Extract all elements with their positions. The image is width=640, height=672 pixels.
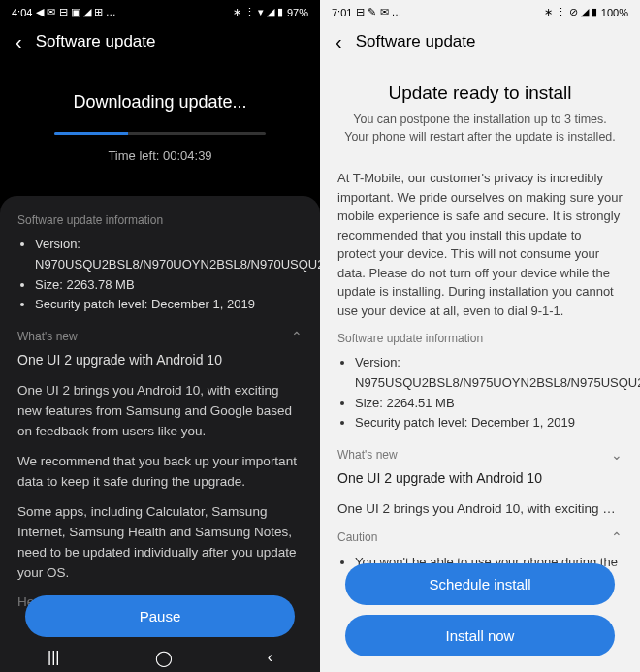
whats-new-body-3: Some apps, including Calculator, Samsung… [17,502,303,584]
ready-section: Update ready to install You can postpone… [320,65,640,155]
download-status: Downloading update... [16,92,304,112]
status-bar: 4:04 ◀ ✉ ⊟ ▣ ◢ ⊞ … ∗ ⋮ ▾ ◢ ▮ 97% [0,0,320,22]
carrier-notice: At T-Mobile, our customer's privacy is i… [337,169,623,320]
back-nav-icon[interactable]: ‹ [268,649,272,666]
patch-value: Security patch level: December 1, 2019 [355,413,623,433]
page-title: Software update [356,32,476,51]
info-label: Software update information [17,213,303,227]
whats-new-body-1: One UI 2 brings you Android 10, with exc… [17,381,303,442]
size-value: Size: 2264.51 MB [355,394,623,414]
progress-bar [54,132,266,135]
button-area: Pause [0,595,320,637]
info-label: Software update information [337,332,623,345]
whats-new-title: One UI 2 upgrade with Android 10 [337,470,623,486]
schedule-install-button[interactable]: Schedule install [345,563,615,605]
phone-right-light: 7:01 ⊟ ✎ ✉ … ∗ ⋮ ⊘ ◢ ▮ 100% ‹ Software u… [320,0,640,672]
page-title: Software update [36,32,156,51]
nav-bar: ||| ◯ ‹ [0,643,320,672]
install-now-button[interactable]: Install now [345,615,615,656]
whats-new-row[interactable]: What's new ⌃ [17,329,303,344]
pause-button[interactable]: Pause [25,595,295,637]
whats-new-row[interactable]: What's new ⌄ [337,447,623,463]
header: ‹ Software update [0,22,320,65]
download-section: Downloading update... Time left: 00:04:3… [0,65,320,196]
status-icons-left: ⊟ ✎ ✉ … [356,6,401,18]
info-list: Version: N970USQU2BSL8/N970UOYN2BSL8/N97… [17,235,303,315]
ready-title: Update ready to install [343,82,617,104]
recents-icon[interactable]: ||| [48,649,59,666]
ready-subtitle: You can postpone the installation up to … [343,112,617,145]
back-icon[interactable]: ‹ [16,32,22,51]
caution-label: Caution [337,530,377,544]
chevron-up-icon: ⌃ [291,329,303,344]
whats-new-label: What's new [17,330,78,343]
chevron-down-icon: ⌄ [611,447,623,463]
home-icon[interactable]: ◯ [155,649,173,667]
status-time: 7:01 [332,7,352,18]
info-list: Version: N975USQU2BSL8/N975UOYN2BSL8/N97… [337,353,623,433]
status-bar: 7:01 ⊟ ✎ ✉ … ∗ ⋮ ⊘ ◢ ▮ 100% [320,0,640,22]
caution-row[interactable]: Caution ⌃ [337,529,623,545]
button-area: Schedule install Install now [320,563,640,666]
size-value: Size: 2263.78 MB [35,275,303,296]
status-icons-right: ∗ ⋮ ▾ ◢ ▮ [233,6,283,18]
version-value: Version: N970USQU2BSL8/N970UOYN2BSL8/N97… [35,235,303,275]
whats-new-body-2: We recommend that you back up your impor… [17,452,303,493]
whats-new-label: What's new [337,448,398,462]
version-value: Version: N975USQU2BSL8/N975UOYN2BSL8/N97… [355,353,623,394]
back-icon[interactable]: ‹ [336,32,342,51]
chevron-up-icon: ⌃ [611,529,623,545]
status-icons-right: ∗ ⋮ ⊘ ◢ ▮ [544,6,597,18]
whats-new-title: One UI 2 upgrade with Android 10 [17,352,303,368]
header: ‹ Software update [320,22,640,65]
whats-new-body: One UI 2 brings you Android 10, with exc… [337,499,623,520]
time-left: Time left: 00:04:39 [16,148,304,163]
battery-percent: 100% [601,7,628,18]
phone-left-dark: 4:04 ◀ ✉ ⊟ ▣ ◢ ⊞ … ∗ ⋮ ▾ ◢ ▮ 97% ‹ Softw… [0,0,320,672]
patch-value: Security patch level: December 1, 2019 [35,295,303,315]
battery-percent: 97% [287,7,308,18]
status-icons-left: ◀ ✉ ⊟ ▣ ◢ ⊞ … [36,6,115,18]
status-time: 4:04 [12,7,32,18]
